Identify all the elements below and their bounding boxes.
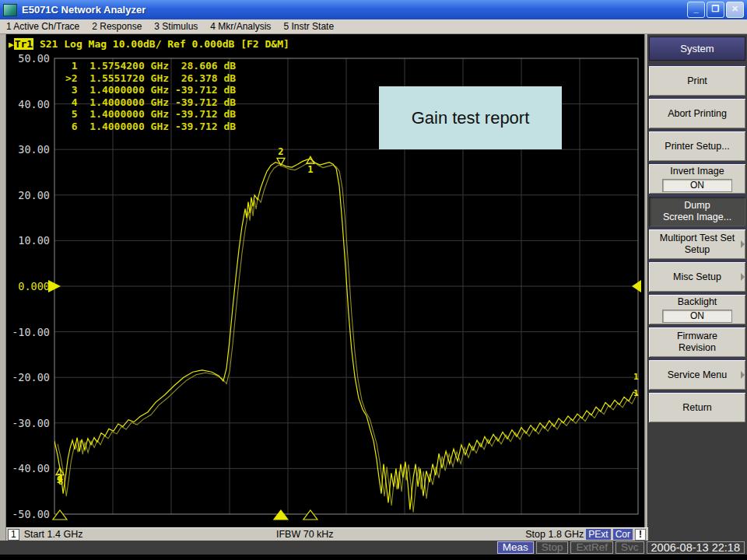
trace-status-line: ▶Tr1 S21 Log Mag 10.00dB/ Ref 0.000dB [F…	[9, 38, 289, 50]
y-tick-label: 50.00	[18, 52, 50, 65]
softkey-label: Print	[687, 75, 707, 87]
edge-label-1: 1	[633, 372, 639, 382]
trace-name-badge: Tr1	[14, 38, 33, 50]
submenu-arrow-icon	[741, 273, 745, 281]
window-title: E5071C Network Analyzer	[22, 4, 146, 16]
softkey-label: Firmware	[677, 331, 717, 342]
menu-item-2[interactable]: 2 Response	[92, 21, 142, 32]
marker-1-label: 1	[307, 164, 313, 175]
softkey-misc-setup[interactable]: Misc Setup	[649, 261, 745, 292]
y-tick-label: -40.00	[12, 462, 50, 474]
minimize-button[interactable]: _	[687, 2, 705, 18]
y-tick-label: 20.00	[18, 189, 50, 201]
channel-status-bar: 1 Start 1.4 GHz IFBW 70 kHz Stop 1.8 GHz…	[6, 527, 648, 541]
ref-level-arrow-right-icon	[632, 280, 641, 292]
menu-item-1[interactable]: 1 Active Ch/Trace	[6, 21, 79, 32]
marker-stack-digit-6: 6	[58, 477, 63, 487]
menu-item-5[interactable]: 5 Instr State	[283, 21, 334, 32]
annotation-label: Gain test report	[379, 86, 562, 149]
softkey-label: Invert Image	[670, 166, 724, 177]
softkey-label: Printer Setup...	[665, 141, 729, 152]
softkey-service-menu[interactable]: Service Menu	[649, 359, 745, 390]
menu-item-3[interactable]: 3 Stimulus	[154, 21, 198, 32]
axis-marker-2-icon	[303, 510, 317, 520]
y-tick-label: -20.00	[12, 371, 50, 383]
app-icon	[3, 4, 17, 16]
screen-left-frame	[0, 34, 6, 541]
trace-memory	[58, 162, 641, 513]
softkey-state-backlight: ON	[662, 310, 732, 323]
softkey-abort-printing[interactable]: Abort Printing	[649, 97, 745, 128]
softkey-label: Service Menu	[668, 369, 727, 381]
y-tick-label: 30.00	[18, 143, 50, 156]
ifbw-text: IFBW 70 kHz	[276, 529, 334, 540]
softkey-multiport-test-set[interactable]: Multiport Test SetSetup	[649, 228, 745, 259]
start-frequency-text: Start 1.4 GHz	[24, 529, 83, 540]
softkey-state-invert-image: ON	[662, 179, 732, 192]
menu-bar: 1 Active Ch/Trace2 Response3 Stimulus4 M…	[0, 19, 747, 34]
softkey-label: Misc Setup	[673, 271, 721, 283]
y-tick-label: -30.00	[12, 417, 50, 429]
softkey-label: Multiport Test Set	[660, 233, 735, 244]
softkey-return[interactable]: Return	[649, 391, 745, 422]
analyzer-screen: 50.0040.0030.0020.0010.000.000-10.00-20.…	[6, 34, 644, 527]
softkey-label: Backlight	[678, 296, 717, 308]
softkey-sidebar: System PrintAbort PrintingPrinter Setup.…	[647, 34, 747, 541]
stop-frequency-text: Stop 1.8 GHz	[525, 529, 584, 540]
softkey-label-line2: Revision	[679, 342, 716, 354]
marker-2-label: 2	[278, 146, 283, 157]
menu-item-4[interactable]: 4 Mkr/Analysis	[210, 21, 271, 32]
submenu-arrow-icon	[741, 371, 745, 379]
status-badge-pext: PExt	[586, 529, 610, 540]
softkey-label: Dump	[684, 200, 710, 212]
instrument-badge-stop: Stop	[536, 541, 569, 554]
status-badge-cor: Cor	[613, 529, 633, 540]
softkey-label-line2: Screen Image...	[663, 212, 731, 223]
softkey-invert-image[interactable]: Invert ImageON	[649, 163, 745, 194]
softkey-label-line2: Setup	[685, 244, 710, 256]
channel-number-badge: 1	[8, 529, 19, 541]
softkey-printer-setup[interactable]: Printer Setup...	[649, 130, 745, 161]
edge-label-2: 1	[633, 388, 639, 398]
axis-marker-1-icon	[274, 510, 288, 520]
instrument-badge-extref: ExtRef	[570, 541, 613, 554]
softkey-print[interactable]: Print	[649, 65, 745, 96]
softkey-label: Abort Printing	[668, 108, 727, 120]
instrument-status-bar: MeasStopExtRefSvc2006-08-13 22:18	[0, 541, 747, 555]
softkey-firmware[interactable]: FirmwareRevision	[649, 326, 745, 357]
softkey-dump[interactable]: DumpScreen Image...	[649, 195, 745, 226]
softkey-backlight[interactable]: BacklightON	[649, 293, 745, 324]
title-bar: E5071C Network Analyzer _ ❐ ✕	[0, 0, 747, 19]
submenu-arrow-icon	[741, 240, 745, 248]
datetime-display: 2006-08-13 22:18	[647, 541, 745, 554]
trace-format-text: S21 Log Mag 10.00dB/ Ref 0.000dB [F2 D&M…	[33, 38, 289, 50]
y-tick-label: 10.00	[18, 234, 50, 247]
y-tick-label: -10.00	[12, 326, 50, 338]
y-tick-label: -50.00	[12, 508, 50, 520]
instrument-badge-svc: Svc	[615, 541, 644, 554]
restore-button[interactable]: ❐	[707, 2, 724, 18]
y-tick-label: 0.000	[18, 280, 50, 292]
annotation-text: Gain test report	[412, 108, 530, 128]
window-controls: _ ❐ ✕	[687, 2, 744, 18]
status-badge-: !	[635, 529, 646, 541]
softkey-label: Return	[682, 402, 712, 414]
active-trace-arrow-icon: ▶	[9, 40, 14, 50]
y-tick-label: 40.00	[18, 98, 50, 110]
axis-marker-3-icon	[53, 510, 67, 520]
close-button[interactable]: ✕	[726, 2, 744, 18]
instrument-badge-meas: Meas	[497, 541, 534, 554]
softkey-menu-title: System	[649, 37, 745, 61]
